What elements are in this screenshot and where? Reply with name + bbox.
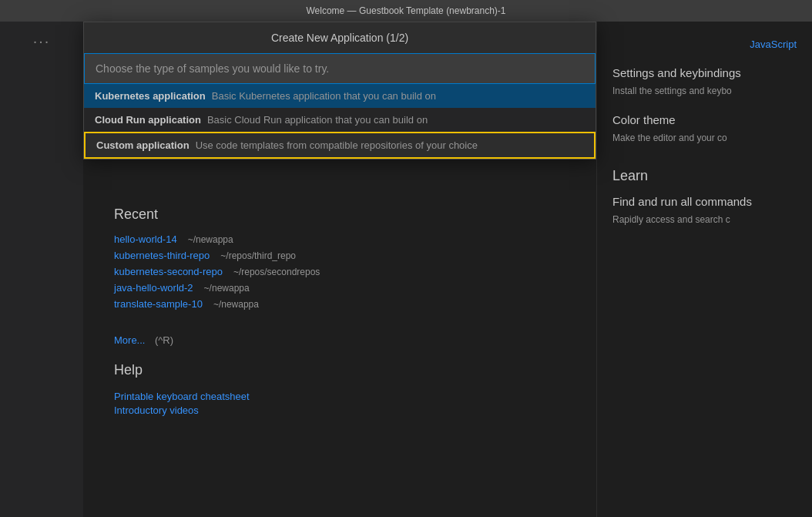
center-panel: Create New Application (1/2) Kubernetes … <box>83 22 596 517</box>
option-kubernetes-desc: Basic Kubernetes application that you ca… <box>212 90 436 102</box>
option-custom-name: Custom application <box>96 139 190 151</box>
recent-link-translate-sample-10[interactable]: translate-sample-10 <box>114 298 203 310</box>
settings-section: Settings and keybindings Install the set… <box>612 66 797 98</box>
more-hint: (^R) <box>155 334 173 346</box>
recent-item: java-hello-world-2 ~/newappa <box>114 282 565 294</box>
create-application-dialog: Create New Application (1/2) Kubernetes … <box>83 22 596 159</box>
help-title: Help <box>114 362 565 378</box>
right-panel: JavaScript Settings and keybindings Inst… <box>596 22 812 517</box>
recent-path-kubernetes-third-repo: ~/repos/third_repo <box>220 250 296 261</box>
javascript-link[interactable]: JavaScript <box>750 39 797 50</box>
recent-path-kubernetes-second-repo: ~/repos/secondrepos <box>233 267 320 277</box>
recent-title: Recent <box>114 206 565 223</box>
options-list: Kubernetes application Basic Kubernetes … <box>84 84 596 159</box>
recent-item: kubernetes-second-repo ~/repos/secondrep… <box>114 266 565 277</box>
option-kubernetes-name: Kubernetes application <box>95 90 206 102</box>
recent-link-kubernetes-third-repo[interactable]: kubernetes-third-repo <box>114 250 210 261</box>
option-kubernetes[interactable]: Kubernetes application Basic Kubernetes … <box>84 84 596 108</box>
dialog-title: Create New Application (1/2) <box>84 22 596 53</box>
find-commands-desc: Rapidly access and search c <box>612 213 797 227</box>
color-theme-title: Color theme <box>612 113 797 126</box>
welcome-content: Recent hello-world-14 ~/newappa kubernet… <box>106 206 573 417</box>
title-bar: Welcome — Guestbook Template (newbranch)… <box>0 0 812 22</box>
help-link-videos[interactable]: Introductory videos <box>114 403 565 417</box>
option-cloudrun-desc: Basic Cloud Run application that you can… <box>207 114 428 126</box>
find-commands-section: Find and run all commands Rapidly access… <box>612 195 797 227</box>
recent-link-kubernetes-second-repo[interactable]: kubernetes-second-repo <box>114 266 223 277</box>
recent-path-translate-sample-10: ~/newappa <box>213 299 259 310</box>
option-custom-desc: Use code templates from compatible repos… <box>196 139 478 151</box>
recent-path-hello-world-14: ~/newappa <box>188 234 233 245</box>
sidebar-dots: ... <box>33 29 51 47</box>
color-theme-desc: Make the editor and your co <box>612 131 797 145</box>
recent-list: hello-world-14 ~/newappa kubernetes-thir… <box>114 233 565 310</box>
help-section: Help Printable keyboard cheatsheet Intro… <box>114 362 565 417</box>
js-link-area: JavaScript <box>612 37 797 51</box>
option-cloudrun[interactable]: Cloud Run application Basic Cloud Run ap… <box>84 108 596 132</box>
recent-path-java-hello-world-2: ~/newappa <box>204 283 250 294</box>
recent-item: hello-world-14 ~/newappa <box>114 233 565 245</box>
help-link-keyboard[interactable]: Printable keyboard cheatsheet <box>114 389 565 403</box>
keyboard-cheatsheet-link[interactable]: Printable keyboard cheatsheet <box>114 391 250 402</box>
option-cloudrun-name: Cloud Run application <box>95 114 201 126</box>
sidebar: ... <box>0 22 83 517</box>
more-row: More... (^R) <box>114 333 565 347</box>
search-input-container[interactable] <box>84 53 596 84</box>
recent-item: translate-sample-10 ~/newappa <box>114 298 565 310</box>
recent-item: kubernetes-third-repo ~/repos/third_repo <box>114 250 565 261</box>
settings-desc: Install the settings and keybo <box>612 84 797 98</box>
search-input[interactable] <box>96 62 584 75</box>
option-custom[interactable]: Custom application Use code templates fr… <box>84 132 596 159</box>
introductory-videos-link[interactable]: Introductory videos <box>114 405 199 416</box>
recent-link-java-hello-world-2[interactable]: java-hello-world-2 <box>114 282 193 294</box>
more-link[interactable]: More... <box>114 334 145 346</box>
settings-title: Settings and keybindings <box>612 66 797 79</box>
learn-title: Learn <box>612 168 797 184</box>
recent-section: Recent hello-world-14 ~/newappa kubernet… <box>114 206 565 347</box>
main-area: Create New Application (1/2) Kubernetes … <box>83 22 812 517</box>
recent-link-hello-world-14[interactable]: hello-world-14 <box>114 233 177 245</box>
color-theme-section: Color theme Make the editor and your co <box>612 113 797 145</box>
learn-section: Learn Find and run all commands Rapidly … <box>612 168 797 227</box>
find-commands-title: Find and run all commands <box>612 195 797 208</box>
title-bar-text: Welcome — Guestbook Template (newbranch)… <box>306 5 505 16</box>
